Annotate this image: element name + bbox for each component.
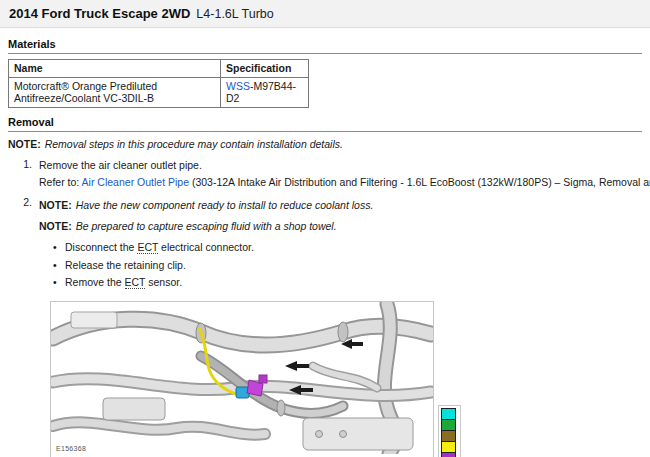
removal-heading: Removal <box>8 116 642 128</box>
note-text: Be prepared to capture escaping fluid wi… <box>76 220 337 232</box>
step-1-text: Remove the air cleaner outlet pipe. <box>39 158 650 173</box>
step-2-body: NOTE:Have the new component ready to ins… <box>39 196 642 293</box>
bullet-dot <box>53 258 65 273</box>
materials-table: Name Specification Motorcraft® Orange Pr… <box>8 59 309 108</box>
material-name-cell: Motorcraft® Orange Prediluted Antifreeze… <box>9 78 221 108</box>
figure-area: E156368 Open In New Tab <box>50 301 650 457</box>
step-2-note-2: NOTE:Be prepared to capture escaping flu… <box>39 219 642 233</box>
column-header-specification: Specification <box>221 60 309 78</box>
refer-prefix: Refer to: <box>39 176 82 188</box>
material-spec-cell: WSS-M97B44-D2 <box>221 78 309 108</box>
bullet-text-pre: Disconnect the <box>65 241 137 253</box>
note-label: NOTE: <box>8 138 41 150</box>
vehicle-title: 2014 Ford Truck Escape 2WD <box>9 6 190 21</box>
service-manual-page: 2014 Ford Truck Escape 2WD L4-1.6L Turbo… <box>0 0 650 457</box>
figure-label: E156368 <box>56 445 86 452</box>
bullet-text-post: electrical connector. <box>158 241 254 253</box>
page-header: 2014 Ford Truck Escape 2WD L4-1.6L Turbo <box>0 0 650 28</box>
ect-abbreviation[interactable]: ECT <box>125 276 146 289</box>
engine-diagram-svg <box>51 302 433 454</box>
step-2: 2. NOTE:Have the new component ready to … <box>8 196 642 293</box>
step-number: 1. <box>8 158 32 189</box>
materials-heading: Materials <box>8 38 642 50</box>
engine-subtitle: L4-1.6L Turbo <box>196 7 273 21</box>
procedure-note: NOTE:Removal steps in this procedure may… <box>8 137 642 151</box>
bullet-item: Release the retaining clip. <box>53 258 642 273</box>
bullet-text: Disconnect the ECT electrical connector. <box>65 240 254 255</box>
step-number: 2. <box>8 196 32 293</box>
step-2-note-1: NOTE:Have the new component ready to ins… <box>39 198 642 212</box>
spec-standard-link[interactable]: WSS <box>226 80 250 92</box>
table-header-row: Name Specification <box>9 60 309 78</box>
step-1: 1. Remove the air cleaner outlet pipe. R… <box>8 158 642 189</box>
bullet-item: Remove the ECT sensor. <box>53 275 642 290</box>
bullet-text-post: sensor. <box>145 276 182 288</box>
legend-swatch <box>441 452 456 457</box>
section-divider <box>8 53 642 54</box>
note-text: Removal steps in this procedure may cont… <box>45 138 343 150</box>
note-text: Have the new component ready to install … <box>76 199 374 211</box>
ect-abbreviation[interactable]: ECT <box>137 241 158 254</box>
bullet-text: Remove the ECT sensor. <box>65 275 182 290</box>
note-label: NOTE: <box>39 220 72 232</box>
content-area: Materials Name Specification Motorcraft®… <box>0 28 650 457</box>
step-1-reference: Refer to: Air Cleaner Outlet Pipe (303-1… <box>39 175 650 190</box>
refer-suffix: (303-12A Intake Air Distribution and Fil… <box>189 176 650 188</box>
column-header-name: Name <box>9 60 221 78</box>
bullet-text-pre: Remove the <box>65 276 125 288</box>
air-cleaner-outlet-pipe-link[interactable]: Air Cleaner Outlet Pipe <box>82 176 189 188</box>
color-legend <box>438 405 461 457</box>
table-row: Motorcraft® Orange Prediluted Antifreeze… <box>9 78 309 108</box>
bullet-dot <box>53 275 65 290</box>
figure-frame: E156368 Open In New Tab <box>50 301 434 457</box>
bullet-dot <box>53 240 65 255</box>
note-label: NOTE: <box>39 199 72 211</box>
bullet-item: Disconnect the ECT electrical connector. <box>53 240 642 255</box>
step-1-body: Remove the air cleaner outlet pipe. Refe… <box>39 158 650 189</box>
bullet-list: Disconnect the ECT electrical connector.… <box>53 240 642 290</box>
bullet-text: Release the retaining clip. <box>65 258 186 273</box>
section-divider <box>8 131 642 132</box>
engine-illustration[interactable]: E156368 <box>51 302 433 454</box>
